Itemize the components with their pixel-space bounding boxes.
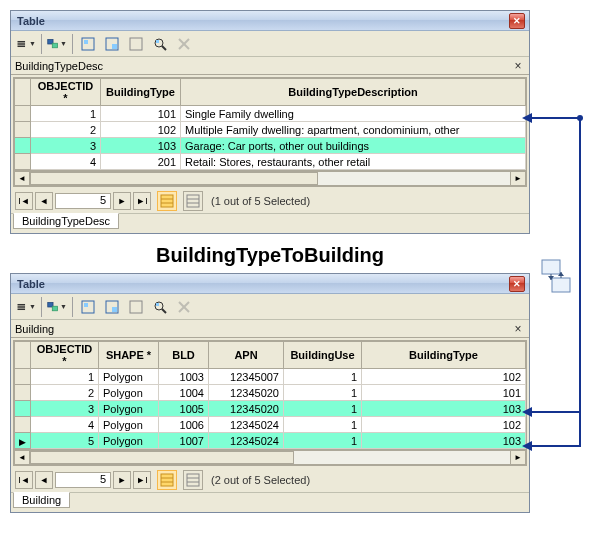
column-header[interactable]: APN xyxy=(209,342,284,369)
next-record-button[interactable]: ► xyxy=(113,192,131,210)
cell[interactable]: 1 xyxy=(284,385,362,401)
row-selector[interactable] xyxy=(15,417,31,433)
cell[interactable]: 1003 xyxy=(159,369,209,385)
related-tables-button[interactable]: ▼ xyxy=(46,33,68,55)
show-all-records-button[interactable] xyxy=(157,470,177,490)
show-all-records-button[interactable] xyxy=(157,191,177,211)
show-selected-records-button[interactable] xyxy=(183,191,203,211)
scroll-track[interactable] xyxy=(30,450,510,465)
column-header[interactable]: OBJECTID * xyxy=(31,79,101,106)
column-header[interactable]: SHAPE * xyxy=(99,342,159,369)
cell[interactable]: Polygon xyxy=(99,369,159,385)
related-tables-button[interactable]: ▼ xyxy=(46,296,68,318)
clear-selection-button[interactable] xyxy=(125,296,147,318)
column-header[interactable]: BuildingType xyxy=(101,79,181,106)
table-row[interactable]: ▶5Polygon1007123450241103 xyxy=(15,433,526,449)
prev-record-button[interactable]: ◄ xyxy=(35,192,53,210)
table-options-button[interactable]: ▼ xyxy=(15,33,37,55)
cell[interactable]: 1005 xyxy=(159,401,209,417)
table-row[interactable]: 4201Retail: Stores, restaurants, other r… xyxy=(15,154,526,170)
cell[interactable]: Multiple Family dwelling: apartment, con… xyxy=(181,122,526,138)
select-by-attributes-button[interactable] xyxy=(77,296,99,318)
row-selector[interactable] xyxy=(15,401,31,417)
cell[interactable]: Polygon xyxy=(99,401,159,417)
table-row[interactable]: 1Polygon1003123450071102 xyxy=(15,369,526,385)
cell[interactable]: 12345020 xyxy=(209,385,284,401)
close-icon[interactable]: ✕ xyxy=(509,276,525,292)
table-tab[interactable]: BuildingTypeDesc xyxy=(13,213,119,229)
cell[interactable]: 1004 xyxy=(159,385,209,401)
row-selector-header[interactable] xyxy=(15,79,31,106)
cell[interactable]: 2 xyxy=(31,385,99,401)
column-header[interactable]: BuildingType xyxy=(362,342,526,369)
row-selector-header[interactable] xyxy=(15,342,31,369)
cell[interactable]: Polygon xyxy=(99,417,159,433)
record-number-input[interactable]: 5 xyxy=(55,193,111,209)
cell[interactable]: 5 xyxy=(31,433,99,449)
cell[interactable]: 103 xyxy=(101,138,181,154)
column-header[interactable]: BuildingUse xyxy=(284,342,362,369)
scroll-left-button[interactable]: ◄ xyxy=(14,171,30,186)
table-row[interactable]: 1101Single Family dwelling xyxy=(15,106,526,122)
scroll-right-button[interactable]: ► xyxy=(510,450,526,465)
show-selected-records-button[interactable] xyxy=(183,470,203,490)
switch-selection-button[interactable] xyxy=(101,296,123,318)
cell[interactable]: Single Family dwelling xyxy=(181,106,526,122)
close-table-icon[interactable]: × xyxy=(511,59,525,73)
zoom-selected-button[interactable] xyxy=(149,296,171,318)
cell[interactable]: 1 xyxy=(284,433,362,449)
scroll-right-button[interactable]: ► xyxy=(510,171,526,186)
prev-record-button[interactable]: ◄ xyxy=(35,471,53,489)
clear-selection-button[interactable] xyxy=(125,33,147,55)
cell[interactable]: 1006 xyxy=(159,417,209,433)
cell[interactable]: 12345020 xyxy=(209,401,284,417)
cell[interactable]: 1 xyxy=(284,401,362,417)
scroll-left-button[interactable]: ◄ xyxy=(14,450,30,465)
close-icon[interactable]: ✕ xyxy=(509,13,525,29)
cell[interactable]: 1 xyxy=(284,369,362,385)
delete-button[interactable] xyxy=(173,33,195,55)
switch-selection-button[interactable] xyxy=(101,33,123,55)
table-tab[interactable]: Building xyxy=(13,492,70,508)
horizontal-scrollbar[interactable]: ◄ ► xyxy=(14,449,526,465)
cell[interactable]: 1007 xyxy=(159,433,209,449)
record-number-input[interactable]: 5 xyxy=(55,472,111,488)
cell[interactable]: 201 xyxy=(101,154,181,170)
horizontal-scrollbar[interactable]: ◄ ► xyxy=(14,170,526,186)
cell[interactable]: 1 xyxy=(31,106,101,122)
cell[interactable]: 3 xyxy=(31,401,99,417)
cell[interactable]: 101 xyxy=(362,385,526,401)
table-options-button[interactable]: ▼ xyxy=(15,296,37,318)
last-record-button[interactable]: ►I xyxy=(133,471,151,489)
table-row[interactable]: 2102Multiple Family dwelling: apartment,… xyxy=(15,122,526,138)
column-header[interactable]: BLD xyxy=(159,342,209,369)
zoom-selected-button[interactable] xyxy=(149,33,171,55)
delete-button[interactable] xyxy=(173,296,195,318)
scroll-track[interactable] xyxy=(30,171,510,186)
last-record-button[interactable]: ►I xyxy=(133,192,151,210)
table-row[interactable]: 3Polygon1005123450201103 xyxy=(15,401,526,417)
cell[interactable]: 2 xyxy=(31,122,101,138)
cell[interactable]: 4 xyxy=(31,417,99,433)
next-record-button[interactable]: ► xyxy=(113,471,131,489)
select-by-attributes-button[interactable] xyxy=(77,33,99,55)
column-header[interactable]: OBJECTID * xyxy=(31,342,99,369)
row-selector[interactable] xyxy=(15,154,31,170)
cell[interactable]: 4 xyxy=(31,154,101,170)
cell[interactable]: 1 xyxy=(284,417,362,433)
row-selector[interactable]: ▶ xyxy=(15,433,31,449)
table-row[interactable]: 2Polygon1004123450201101 xyxy=(15,385,526,401)
scroll-thumb[interactable] xyxy=(30,172,318,185)
first-record-button[interactable]: I◄ xyxy=(15,471,33,489)
cell[interactable]: 1 xyxy=(31,369,99,385)
table-row[interactable]: 3103Garage: Car ports, other out buildin… xyxy=(15,138,526,154)
cell[interactable]: 12345007 xyxy=(209,369,284,385)
column-header[interactable]: BuildingTypeDescription xyxy=(181,79,526,106)
cell[interactable]: Polygon xyxy=(99,433,159,449)
first-record-button[interactable]: I◄ xyxy=(15,192,33,210)
cell[interactable]: Polygon xyxy=(99,385,159,401)
cell[interactable]: 3 xyxy=(31,138,101,154)
cell[interactable]: 103 xyxy=(362,433,526,449)
row-selector[interactable] xyxy=(15,106,31,122)
cell[interactable]: 103 xyxy=(362,401,526,417)
